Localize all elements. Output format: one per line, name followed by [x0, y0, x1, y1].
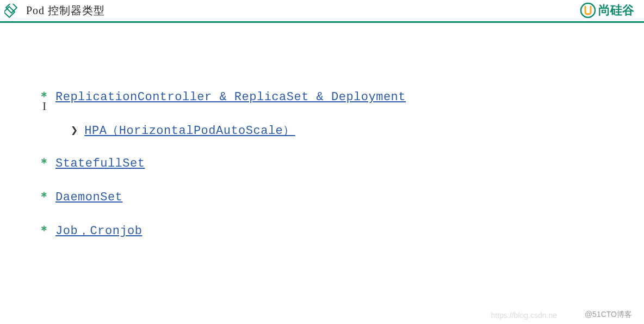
watermark-csdn: https://blog.csdn.ne — [491, 311, 557, 320]
brand-logo: 尚硅谷 — [580, 2, 634, 19]
list-item: ＊ ReplicationController & ReplicaSet & D… — [38, 88, 606, 105]
list-item: ＊ StatefullSet — [38, 155, 606, 171]
bullet-icon: ＊ — [38, 188, 48, 205]
controller-link-daemonset[interactable]: DaemonSet — [55, 191, 122, 204]
text-cursor-icon: I — [42, 99, 46, 113]
header-diamond-icon — [4, 4, 18, 18]
list-item: ＊ DaemonSet — [38, 188, 606, 205]
sub-list-item: ❯ HPA（HorizontalPodAutoScale） — [71, 122, 606, 138]
watermark-51cto: @51CTO博客 — [585, 310, 632, 320]
controller-link-replication[interactable]: ReplicationController & ReplicaSet & Dep… — [55, 90, 406, 104]
controller-link-hpa[interactable]: HPA（HorizontalPodAutoScale） — [84, 122, 295, 138]
bullet-icon: ＊ — [38, 155, 48, 171]
slide-title: Pod 控制器类型 — [26, 3, 105, 18]
list-item: ＊ Job，Cronjob — [38, 222, 606, 239]
slide-header: Pod 控制器类型 尚硅谷 — [0, 0, 644, 23]
brand-mark-icon — [580, 2, 596, 19]
slide-content: ＊ ReplicationController & ReplicaSet & D… — [0, 23, 644, 239]
controller-link-statefulset[interactable]: StatefullSet — [55, 157, 145, 170]
chevron-right-icon: ❯ — [71, 123, 78, 138]
svg-point-2 — [581, 3, 595, 17]
brand-name: 尚硅谷 — [598, 2, 634, 19]
controller-link-job-cronjob[interactable]: Job，Cronjob — [55, 222, 143, 239]
bullet-icon: ＊ — [38, 222, 48, 239]
